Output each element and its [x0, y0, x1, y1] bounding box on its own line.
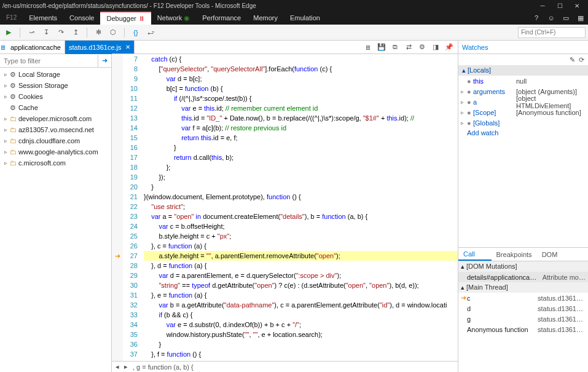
- debug-toolbar: ▶ ⤻ ↧ ↷ ↥ ✻ ⬡ {} ⮐: [0, 25, 588, 41]
- options-button[interactable]: ⚙: [416, 42, 428, 53]
- tree-cache[interactable]: ⚙Cache: [0, 102, 111, 113]
- watch-row[interactable]: ▹●a[object HTMLDivElement]: [458, 97, 588, 107]
- close-button[interactable]: ✕: [568, 2, 586, 9]
- step-out-button[interactable]: ↥: [69, 26, 82, 39]
- tree-cookies[interactable]: ▹⚙Cookies: [0, 91, 111, 102]
- find-input[interactable]: [518, 27, 586, 38]
- tab-f12[interactable]: F12: [0, 11, 23, 25]
- pretty-print-button[interactable]: {}: [130, 26, 142, 39]
- watch-row[interactable]: ●thisnull: [458, 76, 588, 86]
- tree-session-storage[interactable]: ▹⚙Session Storage: [0, 80, 111, 91]
- tab-callstack[interactable]: Call stack: [458, 248, 492, 261]
- continue-button[interactable]: ▶: [2, 26, 15, 39]
- files-icon[interactable]: 🗎: [0, 44, 7, 51]
- tree-domain[interactable]: ▹🗀az813057.vo.msecnd.net: [0, 124, 111, 135]
- file-tab-label: applicationcache: [10, 44, 61, 51]
- file-tabs: 🗎 applicationcache status.d1361ce.js✕: [0, 41, 111, 54]
- nav-left-icon[interactable]: ◂: [116, 363, 119, 371]
- tree-domain[interactable]: ▹🗀cdnjs.cloudflare.com: [0, 135, 111, 146]
- watch-row[interactable]: ▹●[Scope][Anonymous function]: [458, 107, 588, 117]
- callstack-row[interactable]: gstatus.d1361c…: [458, 314, 588, 324]
- tab-performance[interactable]: Performance: [196, 11, 247, 25]
- sourcemap-button[interactable]: ⧉: [389, 42, 401, 53]
- exception-button[interactable]: ⬡: [107, 26, 119, 39]
- break-new-worker-button[interactable]: ✻: [92, 26, 104, 39]
- tab-debugger-label: Debugger: [106, 15, 136, 22]
- tab-console[interactable]: Console: [63, 11, 100, 25]
- add-watch-icon[interactable]: ✎: [570, 56, 575, 64]
- filter-input[interactable]: [0, 55, 98, 67]
- code-pane: 🗎 💾 ⧉ ⇄ ⚙ ◨ 📌 ➔ 789101112131415161718192…: [112, 41, 458, 372]
- word-wrap-button[interactable]: ⮐: [144, 26, 157, 39]
- minimize-button[interactable]: ─: [534, 2, 551, 9]
- compare-button[interactable]: ⇄: [402, 42, 415, 53]
- menubar: F12 Elements Console Debugger ⏸ Network …: [0, 11, 588, 25]
- feedback-icon[interactable]: ☺: [544, 11, 559, 25]
- tab-elements[interactable]: Elements: [23, 11, 63, 25]
- watch-row[interactable]: ▹●[Globals]: [458, 117, 588, 128]
- filter-go-button[interactable]: ➜: [98, 55, 111, 67]
- tab-network-label: Network: [157, 14, 182, 22]
- callstack-row[interactable]: details#applicationcache > div.w… Attrib…: [458, 272, 588, 282]
- left-pane: 🗎 applicationcache status.d1361ce.js✕ ➜ …: [0, 41, 112, 372]
- tab-dom-breakpoints[interactable]: DOM breakpoints: [537, 248, 588, 261]
- code-editor[interactable]: ➔ 78910111213141516171819202122232425262…: [112, 54, 458, 361]
- code-status-bar: ◂ ▸ , g = function (a, b) {: [112, 361, 458, 372]
- step-into-button[interactable]: ↧: [40, 26, 52, 39]
- window-title: /en-us/microsoft-edge/platform/status/as…: [2, 2, 534, 9]
- watches-header[interactable]: Watches: [458, 41, 588, 54]
- step-over-button[interactable]: ↷: [55, 26, 67, 39]
- callstack-group[interactable]: ▴ [Main Thread]: [458, 282, 588, 293]
- break-button[interactable]: ⤻: [25, 26, 37, 39]
- titlebar: /en-us/microsoft-edge/platform/status/as…: [0, 0, 588, 11]
- status-text: , g = function (a, b) {: [133, 363, 194, 371]
- watches-body: ▴ [Locals] ●thisnull▹●arguments[object (…: [458, 65, 588, 248]
- maximize-button[interactable]: ☐: [551, 2, 568, 9]
- tab-emulation[interactable]: Emulation: [284, 11, 326, 25]
- callstack-row[interactable]: ➔cstatus.d1361c…: [458, 293, 588, 303]
- undock-icon[interactable]: ▭: [559, 11, 573, 25]
- add-watch-link[interactable]: Add watch: [458, 128, 588, 138]
- panel-tabs: Call stack Breakpoints DOM breakpoints: [458, 248, 588, 261]
- save-button[interactable]: 💾: [375, 42, 388, 53]
- pick-element-button[interactable]: ◨: [429, 42, 442, 53]
- dock-icon[interactable]: ▦: [573, 11, 588, 25]
- tab-network[interactable]: Network ◉: [151, 11, 196, 25]
- refresh-watch-icon[interactable]: ⟳: [579, 56, 584, 64]
- tab-breakpoints[interactable]: Breakpoints: [492, 248, 537, 261]
- file-tab-applicationcache[interactable]: applicationcache: [7, 41, 65, 54]
- tree-domain[interactable]: ▹🗀www.google-analytics.com: [0, 146, 111, 157]
- tab-memory[interactable]: Memory: [247, 11, 284, 25]
- callstack-row[interactable]: Anonymous functionstatus.d1361c…: [458, 324, 588, 334]
- scope-locals[interactable]: ▴ [Locals]: [458, 65, 588, 76]
- callstack-panel: ▴ [DOM Mutations] details#applicationcac…: [458, 261, 588, 372]
- help-icon[interactable]: ?: [529, 11, 544, 25]
- pin-button[interactable]: 📌: [443, 42, 455, 53]
- nav-right-icon[interactable]: ▸: [124, 363, 128, 371]
- tab-debugger[interactable]: Debugger ⏸: [100, 11, 151, 25]
- tree-domain[interactable]: ▹🗀c.microsoft.com: [0, 157, 111, 168]
- callstack-group[interactable]: ▴ [DOM Mutations]: [458, 261, 588, 272]
- open-file-button[interactable]: 🗎: [362, 42, 374, 53]
- recording-icon: ◉: [184, 14, 190, 22]
- callstack-row[interactable]: dstatus.d1361c…: [458, 303, 588, 314]
- code-toolbar: 🗎 💾 ⧉ ⇄ ⚙ ◨ 📌: [112, 41, 458, 54]
- tree-local-storage[interactable]: ▹⚙Local Storage: [0, 69, 111, 80]
- pause-indicator-icon: ⏸: [138, 15, 145, 22]
- resource-tree: ▹⚙Local Storage ▹⚙Session Storage ▹⚙Cook…: [0, 68, 111, 372]
- right-pane: Watches ✎ ⟳ ▴ [Locals] ●thisnull▹●argume…: [458, 41, 588, 372]
- tree-domain[interactable]: ▹🗀developer.microsoft.com: [0, 113, 111, 124]
